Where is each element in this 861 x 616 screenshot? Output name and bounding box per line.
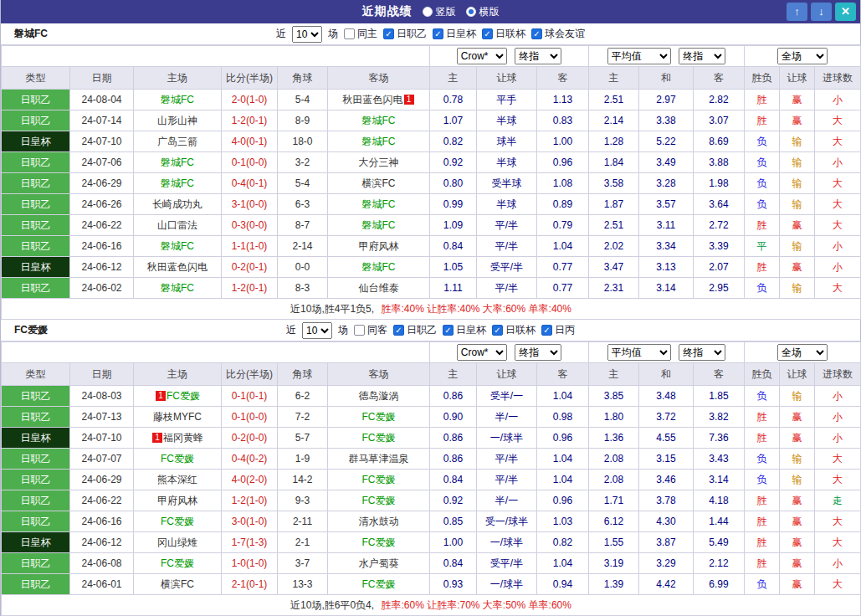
average-time-select[interactable]: 终指 <box>679 344 725 361</box>
avg-home-odds: 2.14 <box>589 110 639 131</box>
checkbox-checked-icon: ✓ <box>383 28 394 39</box>
team-name-text: 磐城FC <box>161 157 194 168</box>
team-name-text: 群马草津温泉 <box>349 453 409 465</box>
handicap-away-odds: 1.03 <box>537 511 589 532</box>
same-venue-checkbox[interactable]: 同主 <box>344 27 377 41</box>
league-type-cell: 日职乙 <box>2 278 70 299</box>
league-checkbox-1[interactable]: ✓ 日职乙 <box>383 27 427 41</box>
team-name-text: 磐城FC <box>161 94 194 105</box>
avg-draw-odds: 3.57 <box>639 194 694 215</box>
odds-time-select[interactable]: 终指 <box>515 48 561 64</box>
league-type-cell: 日职乙 <box>2 152 70 173</box>
final-score: 2-1(0-1) <box>222 574 278 595</box>
avg-draw-odds: 3.87 <box>639 532 694 553</box>
league-label: 日丙 <box>555 323 575 337</box>
col-type: 类型 <box>2 363 70 386</box>
handicap-line: 一/球半 <box>477 532 537 553</box>
match-date: 24-07-14 <box>70 110 134 131</box>
checkbox-checked-icon: ✓ <box>541 325 552 336</box>
home-team-cell: 广岛三箭 <box>134 131 222 152</box>
scope-select[interactable]: 全场 <box>777 344 828 361</box>
handicap-away-odds: 0.77 <box>537 278 589 299</box>
league-checkbox-2[interactable]: ✓ 日皇杯 <box>433 27 476 41</box>
corner-score: 9-3 <box>278 490 328 511</box>
odds-time-select[interactable]: 终指 <box>515 344 561 361</box>
handicap-away-odds: 0.96 <box>537 490 589 511</box>
filter-bar: 近 10 场 同主 ✓ 日职乙 ✓ 日皇杯 ✓ 日联杯 <box>276 26 585 43</box>
league-checkbox-4[interactable]: ✓ 球会友谊 <box>531 27 585 41</box>
match-date: 24-06-08 <box>70 553 134 574</box>
match-result: 负 <box>745 173 780 194</box>
team-name-text: 仙台维泰 <box>359 282 399 294</box>
titlebar: 近期战绩 竖版 横版 ↑ ↓ ✕ <box>1 0 860 23</box>
average-select[interactable]: 平均值 <box>607 344 671 361</box>
games-label: 场 <box>328 27 338 41</box>
team-name-text: 冈山绿雉 <box>157 536 197 548</box>
away-team-cell: 磐城FC <box>328 194 430 215</box>
col-score: 比分(半场) <box>222 67 278 90</box>
goals-result: 小 <box>815 553 861 574</box>
layout-vertical-radio[interactable]: 竖版 <box>423 5 456 19</box>
corner-score: 5-4 <box>278 90 328 110</box>
handicap-line: 平手 <box>477 90 537 110</box>
col-avg-away: 客 <box>694 67 745 90</box>
col-avg-draw: 和 <box>639 363 694 386</box>
avg-draw-odds: 3.48 <box>639 386 694 407</box>
average-time-select[interactable]: 终指 <box>679 48 725 64</box>
match-date: 24-08-03 <box>70 386 134 407</box>
move-down-button[interactable]: ↓ <box>811 3 832 21</box>
team-name-text: 磐城FC <box>362 115 396 126</box>
league-checkbox-1[interactable]: ✓ 日职乙 <box>393 323 437 337</box>
corner-score: 3-2 <box>278 152 328 173</box>
avg-home-odds: 2.02 <box>589 236 639 257</box>
avg-draw-odds: 2.97 <box>639 90 694 110</box>
match-count-select[interactable]: 10 <box>292 26 322 43</box>
league-checkbox-2[interactable]: ✓ 日皇杯 <box>443 323 486 337</box>
team-name-text: 福冈黄蜂 <box>163 432 203 444</box>
team-name-text: 横滨FC <box>161 578 194 590</box>
move-up-button[interactable]: ↑ <box>787 3 807 21</box>
avg-draw-odds: 3.38 <box>639 110 694 131</box>
scope-select[interactable]: 全场 <box>777 48 828 64</box>
layout-horizontal-radio[interactable]: 横版 <box>466 5 500 19</box>
handicap-line: 一/球半 <box>477 574 537 595</box>
handicap-line: 受一/球半 <box>477 511 537 532</box>
match-count-select[interactable]: 10 <box>302 322 332 339</box>
league-type-cell: 日皇杯 <box>2 428 70 449</box>
avg-away-odds: 7.36 <box>694 428 745 449</box>
league-type-cell: 日职乙 <box>2 194 70 215</box>
away-team-cell: FC爱媛 <box>328 574 430 595</box>
goals-result: 大 <box>815 215 861 236</box>
close-button[interactable]: ✕ <box>835 3 856 21</box>
league-checkbox-3[interactable]: ✓ 日联杯 <box>492 323 536 337</box>
handicap-result: 赢 <box>780 511 815 532</box>
league-checkbox-3[interactable]: ✓ 日联杯 <box>482 27 525 41</box>
summary-row: 近10场,胜4平1负5, 胜率:40% 让胜率:40% 大率:60% 单率:40… <box>2 299 861 320</box>
avg-home-odds: 2.08 <box>589 470 639 490</box>
final-score: 1-7(1-3) <box>222 532 278 553</box>
same-venue-checkbox[interactable]: 同客 <box>354 323 387 337</box>
match-result: 胜 <box>745 257 780 278</box>
handicap-result: 输 <box>780 173 815 194</box>
handicap-away-odds: 1.04 <box>537 470 589 490</box>
handicap-home-odds: 1.05 <box>430 257 477 278</box>
empty-cell <box>2 46 430 67</box>
avg-home-odds: 2.51 <box>589 90 639 110</box>
avg-away-odds: 1.44 <box>694 511 745 532</box>
league-type-cell: 日职乙 <box>2 511 70 532</box>
odds-company-select[interactable]: Crow* <box>457 48 507 64</box>
away-team-cell: 磐城FC <box>328 215 430 236</box>
league-type-cell: 日职乙 <box>2 490 70 511</box>
goals-result: 小 <box>815 90 861 110</box>
average-select[interactable]: 平均值 <box>607 48 671 64</box>
match-date: 24-07-13 <box>70 407 134 428</box>
odds-company-select[interactable]: Crow* <box>457 344 507 361</box>
away-team-cell: 甲府风林 <box>328 236 430 257</box>
league-checkbox-4[interactable]: ✓ 日丙 <box>541 323 575 337</box>
handicap-home-odds: 0.84 <box>430 553 477 574</box>
handicap-home-odds: 0.93 <box>430 574 477 595</box>
close-icon: ✕ <box>841 5 850 18</box>
final-score: 0-3(0-0) <box>222 215 278 236</box>
handicap-line: 球半 <box>477 131 537 152</box>
col-handicap-home: 主 <box>430 363 477 386</box>
